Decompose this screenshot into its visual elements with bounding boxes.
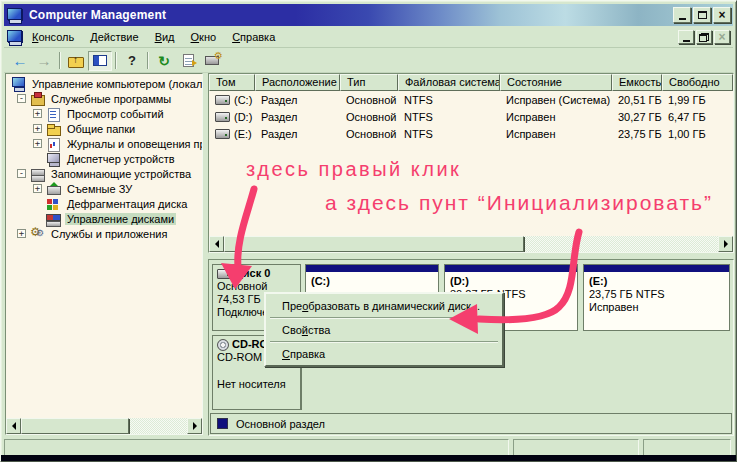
tree-item-label: Запоминающие устройства bbox=[49, 168, 193, 180]
column-header-free[interactable]: Свободно bbox=[662, 74, 733, 91]
menu-window[interactable]: Окно bbox=[183, 28, 225, 46]
device-manager-icon bbox=[46, 152, 62, 166]
tree-horizontal-scrollbar[interactable] bbox=[6, 418, 202, 434]
tree-item-storage[interactable]: -Запоминающие устройства bbox=[6, 166, 202, 181]
up-one-level-button[interactable] bbox=[64, 51, 88, 71]
tree-item-device-manager[interactable]: Диспетчер устройств bbox=[6, 151, 202, 166]
status-cell bbox=[643, 439, 731, 456]
tree-item-removable-storage[interactable]: +Съемные ЗУ bbox=[6, 181, 202, 196]
volume-filesystem: NTFS bbox=[398, 94, 500, 106]
collapse-expander[interactable]: - bbox=[17, 169, 26, 178]
forward-button[interactable]: → bbox=[32, 51, 56, 71]
column-header-capacity[interactable]: Емкость bbox=[612, 74, 662, 91]
console-tree-icon bbox=[93, 55, 107, 66]
export-list-icon bbox=[183, 54, 194, 67]
toolbar-separator bbox=[59, 52, 61, 69]
removable-storage-icon bbox=[46, 182, 62, 196]
primary-partition-swatch bbox=[217, 418, 228, 429]
tree-item-system-tools[interactable]: -Служебные программы bbox=[6, 91, 202, 106]
tree-item-shared-folders[interactable]: +Общие папки bbox=[6, 121, 202, 136]
disk-icon bbox=[217, 269, 232, 279]
tree-item-label: Журналы и оповещения пр bbox=[65, 138, 203, 150]
column-header-type[interactable]: Тип bbox=[340, 74, 398, 91]
close-button[interactable]: × bbox=[713, 7, 731, 23]
cdrom-icon bbox=[217, 339, 229, 351]
computer-management-window: Computer Management × Консоль Действие В… bbox=[0, 0, 737, 462]
menu-view[interactable]: Вид bbox=[147, 28, 183, 46]
scroll-right-icon bbox=[193, 422, 197, 430]
tree-item-label: Управление дисками bbox=[65, 213, 176, 225]
disk-manage-button[interactable] bbox=[200, 51, 224, 71]
screen-edge bbox=[1, 455, 736, 461]
menu-item-convert-to-dynamic-disk[interactable]: Преобразовать в динамический диск... bbox=[266, 296, 502, 316]
volume-filesystem: NTFS bbox=[398, 128, 500, 140]
menu-item-help[interactable]: Справка bbox=[266, 344, 502, 364]
tree-item-event-viewer[interactable]: +Просмотр событий bbox=[6, 106, 202, 121]
collapse-expander[interactable]: - bbox=[17, 94, 26, 103]
menu-help[interactable]: Справка bbox=[224, 28, 283, 46]
volume-layout: Раздел bbox=[255, 94, 340, 106]
expand-expander[interactable]: + bbox=[33, 184, 42, 193]
menu-separator bbox=[270, 317, 498, 319]
scrollbar-thumb[interactable] bbox=[224, 236, 524, 252]
volume-drive-icon bbox=[215, 95, 230, 105]
expand-expander[interactable]: + bbox=[33, 124, 42, 133]
mdi-minimize-button[interactable] bbox=[678, 30, 694, 44]
list-horizontal-scrollbar[interactable] bbox=[209, 236, 733, 252]
status-cell bbox=[513, 439, 639, 456]
column-header-volume[interactable]: Том bbox=[209, 74, 255, 91]
expand-expander[interactable]: + bbox=[33, 139, 42, 148]
console-window-icon bbox=[7, 30, 24, 45]
scroll-right-button[interactable] bbox=[718, 236, 733, 252]
tree-item-label: Съемные ЗУ bbox=[65, 183, 134, 195]
tree-item-label: Просмотр событий bbox=[65, 108, 166, 120]
volume-row-e[interactable]: (E:) Раздел Основной NTFS Исправен 23,75… bbox=[209, 125, 733, 142]
scroll-left-icon bbox=[215, 240, 219, 248]
refresh-button[interactable]: ↻ bbox=[152, 51, 176, 71]
scroll-left-button[interactable] bbox=[209, 236, 224, 252]
scrollbar-thumb[interactable] bbox=[21, 418, 129, 434]
mdi-close-button[interactable]: × bbox=[714, 30, 730, 44]
tree-item-performance-logs[interactable]: +Журналы и оповещения пр bbox=[6, 136, 202, 151]
scroll-right-button[interactable] bbox=[187, 418, 202, 434]
disk0-name: Диск 0 bbox=[235, 267, 270, 280]
menu-item-properties[interactable]: Свойства bbox=[266, 320, 502, 340]
column-header-status[interactable]: Состояние bbox=[500, 74, 612, 91]
tree-item-label: Диспетчер устройств bbox=[65, 153, 177, 165]
scroll-left-button[interactable] bbox=[6, 418, 21, 434]
volume-row-d[interactable]: (D:) Раздел Основной NTFS Исправен 30,27… bbox=[209, 108, 733, 125]
minimize-button[interactable] bbox=[673, 7, 691, 23]
column-header-layout[interactable]: Расположение bbox=[255, 74, 340, 91]
volume-type: Основной bbox=[340, 94, 398, 106]
volume-layout: Раздел bbox=[255, 128, 340, 140]
volume-status: Исправен (Система) bbox=[500, 94, 612, 106]
back-button[interactable]: ← bbox=[8, 51, 32, 71]
volume-name: (D:) bbox=[234, 111, 252, 123]
expand-expander[interactable]: + bbox=[33, 109, 42, 118]
computer-icon bbox=[11, 77, 27, 91]
cdrom-no-media: Нет носителя bbox=[217, 378, 300, 391]
maximize-button[interactable] bbox=[693, 7, 711, 23]
menu-action[interactable]: Действие bbox=[82, 28, 146, 46]
tree-item-services-applications[interactable]: +Службы и приложения bbox=[6, 226, 202, 241]
tree-item-defrag[interactable]: Дефрагментация диска bbox=[6, 196, 202, 211]
mdi-restore-button[interactable] bbox=[696, 30, 712, 44]
volume-free: 6,47 ГБ bbox=[662, 111, 733, 123]
up-folder-icon bbox=[68, 55, 84, 67]
volume-row-c[interactable]: (C:) Раздел Основной NTFS Исправен (Сист… bbox=[209, 91, 733, 108]
menu-console[interactable]: Консоль bbox=[24, 28, 82, 46]
export-list-button[interactable] bbox=[176, 51, 200, 71]
expand-expander[interactable]: + bbox=[17, 229, 26, 238]
console-tree-panel: Управление компьютером (локаль -Служебны… bbox=[5, 73, 203, 435]
disk-context-menu: Преобразовать в динамический диск... Сво… bbox=[264, 292, 504, 367]
volume-drive-icon bbox=[215, 112, 230, 122]
help-button[interactable]: ? bbox=[120, 51, 144, 71]
column-header-filesystem[interactable]: Файловая система bbox=[398, 74, 500, 91]
show-console-tree-button[interactable] bbox=[88, 51, 112, 71]
partition-e[interactable]: (E:) 23,75 ГБ NTFS Исправен bbox=[583, 264, 730, 331]
tree-item-computer-management[interactable]: Управление компьютером (локаль bbox=[6, 76, 202, 91]
minimize-icon bbox=[679, 18, 686, 20]
menu-bar: Консоль Действие Вид Окно Справка × bbox=[4, 27, 733, 48]
mdi-minimize-icon bbox=[683, 40, 690, 42]
partition-size-fs: 23,75 ГБ NTFS bbox=[589, 288, 729, 301]
